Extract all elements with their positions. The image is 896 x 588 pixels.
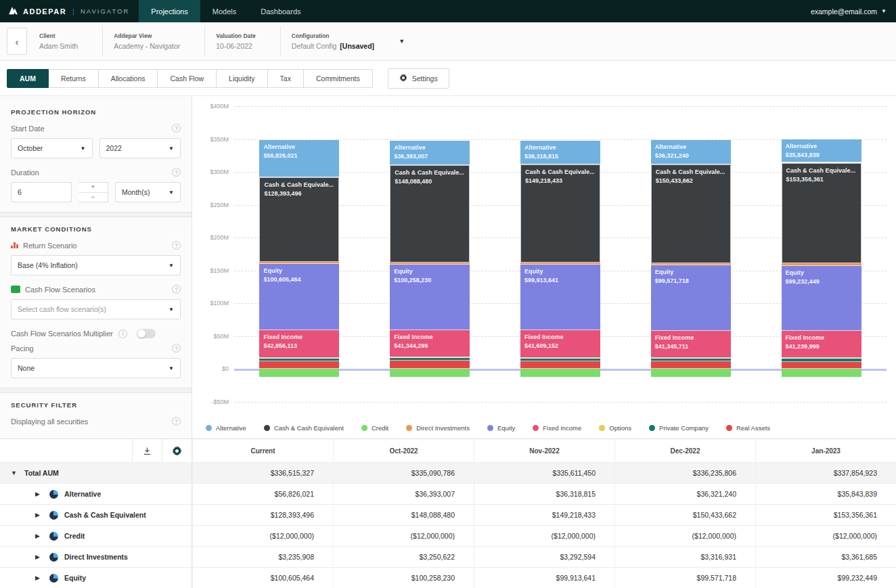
segment-credit[interactable] xyxy=(259,369,339,377)
legend-item-real-assets[interactable]: Real Assets xyxy=(726,424,770,432)
expand-caret-icon[interactable]: ▶ xyxy=(35,553,43,560)
pacing-select[interactable]: None ▼ xyxy=(11,358,181,378)
segment-cash-cash-equivalent[interactable]: Cash & Cash Equivale...$128,393,496 xyxy=(259,177,339,262)
tab-allocations[interactable]: Allocations xyxy=(99,69,158,88)
decrement-button[interactable]: − xyxy=(79,193,108,202)
table-row-equity[interactable]: ▶Equity$100,605,464$100,258,230$99,913,6… xyxy=(0,568,896,588)
segment-cash-cash-equivalent[interactable]: Cash & Cash Equivale...$148,088,480 xyxy=(390,165,470,263)
segment-credit[interactable] xyxy=(782,369,861,377)
segment-equity[interactable]: Equity$99,232,449 xyxy=(782,266,861,331)
legend-item-credit[interactable]: Credit xyxy=(361,424,388,432)
help-icon-security-filter[interactable]: ? xyxy=(172,417,181,426)
segment-direct-investments[interactable] xyxy=(390,263,470,265)
segment-real-assets[interactable] xyxy=(520,361,600,369)
legend-item-alternative[interactable]: Alternative xyxy=(206,424,246,432)
expand-caret-icon[interactable]: ▶ xyxy=(35,491,43,497)
segment-credit[interactable] xyxy=(520,369,600,377)
download-icon[interactable] xyxy=(132,439,162,462)
segment-fixed-income[interactable]: Fixed Income$41,609,152 xyxy=(520,330,600,357)
expand-caret-icon[interactable]: ▶ xyxy=(35,574,43,581)
legend-item-cash-cash-equivalent[interactable]: Cash & Cash Equivalent xyxy=(264,424,344,432)
user-menu[interactable]: example@email.com ▼ xyxy=(801,0,896,22)
segment-private-company[interactable] xyxy=(390,358,470,361)
segment-options[interactable] xyxy=(520,358,600,359)
segment-cash-cash-equivalent[interactable]: Cash & Cash Equivale...$149,218,433 xyxy=(520,164,600,263)
segment-fixed-income[interactable]: Fixed Income$41,239,999 xyxy=(782,331,861,358)
segment-equity[interactable]: Equity$99,571,718 xyxy=(651,265,731,331)
segment-alternative[interactable]: Alternative$36,321,240 xyxy=(651,140,731,164)
segment-private-company[interactable] xyxy=(782,359,861,362)
table-row-credit[interactable]: ▶Credit($12,000,000)($12,000,000)($12,00… xyxy=(0,526,896,547)
cash-flow-scenarios-select[interactable]: Select cash flow scenario(s) ▼ xyxy=(11,299,181,319)
segment-direct-investments[interactable] xyxy=(520,263,600,265)
segment-direct-investments[interactable] xyxy=(782,263,861,265)
segment-equity[interactable]: Equity$100,258,230 xyxy=(390,265,470,330)
table-row-total-aum[interactable]: ▼Total AUM$336,515,327$335,090,786$335,6… xyxy=(0,463,896,484)
segment-direct-investments[interactable] xyxy=(259,262,339,264)
tab-aum[interactable]: AUM xyxy=(7,69,49,88)
increment-button[interactable]: + xyxy=(79,183,108,193)
segment-fixed-income[interactable]: Fixed Income$41,345,711 xyxy=(651,331,731,358)
column-header-current[interactable]: Current xyxy=(192,439,333,462)
expand-caret-icon[interactable]: ▶ xyxy=(35,533,43,539)
start-month-select[interactable]: October ▼ xyxy=(11,138,93,158)
segment-alternative[interactable]: Alternative$56,826,021 xyxy=(259,140,339,177)
collapse-caret-icon[interactable]: ▼ xyxy=(11,470,19,476)
segment-fixed-income[interactable]: Fixed Income$41,344,299 xyxy=(390,330,470,357)
column-header-nov-2022[interactable]: Nov-2022 xyxy=(474,439,614,462)
help-icon-start-date[interactable]: ? xyxy=(172,124,181,133)
segment-private-company[interactable] xyxy=(259,359,339,361)
segment-options[interactable] xyxy=(651,358,731,359)
duration-unit-select[interactable]: Month(s) ▼ xyxy=(115,182,181,202)
segment-alternative[interactable]: Alternative$36,393,007 xyxy=(390,141,470,164)
back-button[interactable]: ‹ xyxy=(7,28,27,55)
help-icon-pacing[interactable]: ? xyxy=(172,344,181,353)
segment-real-assets[interactable] xyxy=(782,362,861,369)
tab-returns[interactable]: Returns xyxy=(49,69,99,88)
help-icon-return-scenario[interactable]: ? xyxy=(172,241,181,250)
nav-tab-dashboards[interactable]: Dashboards xyxy=(248,0,313,22)
help-icon-cash-flow-scenarios[interactable]: ? xyxy=(172,285,181,294)
segment-fixed-income[interactable]: Fixed Income$42,856,113 xyxy=(259,330,339,359)
tab-commitments[interactable]: Commitments xyxy=(304,69,373,88)
info-icon-multiplier[interactable]: i xyxy=(118,330,127,338)
legend-item-direct-investments[interactable]: Direct Investments xyxy=(406,424,470,432)
expand-caret-icon[interactable]: ▶ xyxy=(35,512,43,518)
legend-item-private-company[interactable]: Private Company xyxy=(649,424,709,432)
column-header-jan-2023[interactable]: Jan-2023 xyxy=(755,439,896,462)
tab-tax[interactable]: Tax xyxy=(268,69,304,88)
segment-credit[interactable] xyxy=(651,369,731,377)
configuration-dropdown[interactable]: ▼ xyxy=(392,35,411,47)
help-icon-duration[interactable]: ? xyxy=(172,168,181,177)
segment-cash-cash-equivalent[interactable]: Cash & Cash Equivale...$150,433,662 xyxy=(651,164,731,263)
column-header-dec-2022[interactable]: Dec-2022 xyxy=(614,439,755,462)
multiplier-toggle[interactable] xyxy=(137,329,156,338)
segment-equity[interactable]: Equity$100,605,464 xyxy=(259,264,339,330)
segment-direct-investments[interactable] xyxy=(651,263,731,265)
table-row-cash-cash-equivalent[interactable]: ▶Cash & Cash Equivalent$128,393,496$148,… xyxy=(0,505,896,526)
segment-options[interactable] xyxy=(259,358,339,359)
table-row-alternative[interactable]: ▶Alternative$56,826,021$36,393,007$36,31… xyxy=(0,484,896,505)
legend-item-equity[interactable]: Equity xyxy=(487,424,515,432)
duration-input[interactable] xyxy=(11,182,72,202)
tab-cash-flow[interactable]: Cash Flow xyxy=(158,69,217,88)
segment-private-company[interactable] xyxy=(651,359,731,361)
segment-options[interactable] xyxy=(782,358,861,359)
legend-item-options[interactable]: Options xyxy=(599,424,631,432)
segment-alternative[interactable]: Alternative$36,318,815 xyxy=(520,141,600,164)
segment-cash-cash-equivalent[interactable]: Cash & Cash Equivale...$153,356,361 xyxy=(782,163,861,264)
segment-alternative[interactable]: Alternative$35,843,839 xyxy=(782,139,861,163)
nav-tab-projections[interactable]: Projections xyxy=(139,0,200,22)
table-row-direct-investments[interactable]: ▶Direct Investments$3,235,908$3,250,622$… xyxy=(0,547,896,568)
settings-button[interactable]: Settings xyxy=(388,68,449,89)
tab-liquidity[interactable]: Liquidity xyxy=(217,69,268,88)
legend-item-fixed-income[interactable]: Fixed Income xyxy=(533,424,581,432)
segment-credit[interactable] xyxy=(390,369,470,377)
nav-tab-models[interactable]: Models xyxy=(200,0,248,22)
return-scenario-select[interactable]: Base (4% Inflation) ▼ xyxy=(11,255,181,275)
segment-real-assets[interactable] xyxy=(651,361,731,369)
segment-real-assets[interactable] xyxy=(390,361,470,369)
segment-real-assets[interactable] xyxy=(259,361,339,369)
segment-equity[interactable]: Equity$99,913,641 xyxy=(520,265,600,330)
gear-icon[interactable] xyxy=(162,439,192,462)
